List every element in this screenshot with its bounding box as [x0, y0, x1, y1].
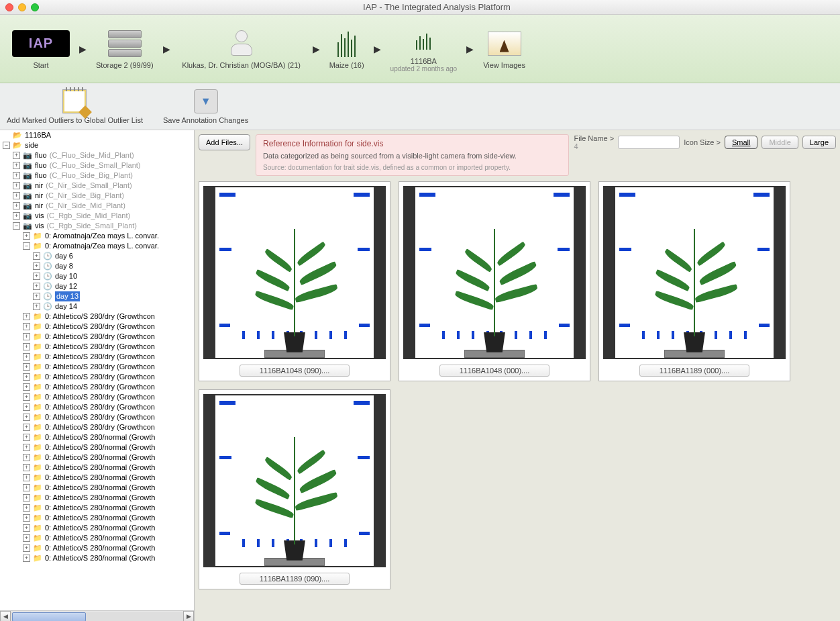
- save-annotation-button[interactable]: Save Annotation Changes: [163, 89, 248, 124]
- tree-genotype[interactable]: +📁0: Athletico/S 280/normal (Growth: [0, 523, 194, 533]
- image-thumbnail[interactable]: 1116BA1189 (090)....: [199, 389, 390, 589]
- tree-expander-icon[interactable]: +: [23, 403, 30, 411]
- tree-day[interactable]: +🕒day 6: [0, 251, 194, 261]
- tree-camera[interactable]: +📷vis(C_Rgb_Side_Mid_Plant): [0, 211, 194, 221]
- tree-genotype[interactable]: +📁0: Athletico/S 280/dry (Growthcon: [0, 352, 194, 362]
- add-outliers-button[interactable]: Add Marked Outliers to Global Outlier Li…: [7, 89, 143, 124]
- image-thumbnail[interactable]: 1116BA1048 (090)....: [199, 181, 390, 381]
- tree-genotype[interactable]: +📁0: Athletico/S 280/normal (Growth: [0, 553, 194, 563]
- tree-camera[interactable]: +📷fluo(C_Fluo_Side_Big_Plant): [0, 171, 194, 181]
- tree-expander-icon[interactable]: +: [33, 262, 40, 270]
- tree-expander-icon[interactable]: +: [23, 494, 30, 501]
- image-thumbnail[interactable]: 1116BA1048 (000)....: [399, 181, 590, 381]
- tree-expander-icon[interactable]: +: [23, 323, 30, 330]
- tree-expander-icon[interactable]: +: [13, 152, 20, 159]
- tree-expander-icon[interactable]: +: [13, 172, 20, 179]
- tree-genotype[interactable]: +📁0: Athletico/S 280/normal (Growth: [0, 543, 194, 553]
- tree-genotype[interactable]: +📁0: Athletico/S 280/dry (Growthcon: [0, 372, 194, 382]
- file-name-input[interactable]: [618, 136, 680, 149]
- tree-expander-icon[interactable]: +: [23, 333, 30, 340]
- tree-expander-icon[interactable]: +: [23, 534, 30, 542]
- tree-expander-icon[interactable]: +: [23, 313, 30, 320]
- tree-genotype[interactable]: −📁0: Aromatnaja/Zea mays L. convar.: [0, 241, 194, 251]
- tree-camera[interactable]: +📷nir(C_Nir_Side_Big_Plant): [0, 191, 194, 201]
- image-thumbnail[interactable]: 1116BA1189 (000)....: [598, 181, 790, 381]
- tree-genotype[interactable]: +📁0: Athletico/S 280/dry (Growthcon: [0, 392, 194, 402]
- tree-genotype[interactable]: +📁0: Athletico/S 280/dry (Growthcon: [0, 342, 194, 352]
- breadcrumb-species[interactable]: Maize (16): [324, 25, 370, 73]
- minimize-icon[interactable]: [18, 3, 26, 11]
- tree-camera[interactable]: +📷nir(C_Nir_Side_Small_Plant): [0, 181, 194, 191]
- tree-genotype[interactable]: +📁0: Aromatnaja/Zea mays L. convar.: [0, 231, 194, 241]
- tree-expander-icon[interactable]: +: [23, 484, 30, 491]
- scrollbar-thumb[interactable]: [12, 612, 86, 622]
- breadcrumb-user[interactable]: Klukas, Dr. Christian (MOG/BA) (21): [174, 25, 309, 73]
- size-middle-button[interactable]: Middle: [762, 136, 798, 149]
- tree-expander-icon[interactable]: +: [23, 434, 30, 441]
- tree-genotype[interactable]: +📁0: Athletico/S 280/dry (Growthcon: [0, 332, 194, 342]
- tree-genotype[interactable]: +📁0: Athletico/S 280/dry (Growthcon: [0, 402, 194, 412]
- tree-genotype[interactable]: +📁0: Athletico/S 280/dry (Growthcon: [0, 422, 194, 432]
- tree-root[interactable]: 📂1116BA: [0, 130, 194, 140]
- tree-genotype[interactable]: +📁0: Athletico/S 280/normal (Growth: [0, 473, 194, 483]
- tree-genotype[interactable]: +📁0: Athletico/S 280/normal (Growth: [0, 483, 194, 493]
- tree-camera[interactable]: +📷nir(C_Nir_Side_Mid_Plant): [0, 201, 194, 211]
- tree-expander-icon[interactable]: +: [33, 273, 40, 280]
- tree-expander-icon[interactable]: +: [23, 464, 30, 471]
- tree-genotype[interactable]: +📁0: Athletico/S 280/normal (Growth: [0, 463, 194, 473]
- tree-expander-icon[interactable]: +: [23, 353, 30, 361]
- tree-expander-icon[interactable]: +: [23, 444, 30, 451]
- tree-day[interactable]: +🕒day 10: [0, 271, 194, 281]
- tree-expander-icon[interactable]: +: [23, 343, 30, 350]
- tree-expander-icon[interactable]: +: [33, 252, 40, 260]
- tree-expander-icon[interactable]: +: [23, 414, 30, 421]
- tree-expander-icon[interactable]: −: [3, 142, 10, 149]
- tree-expander-icon[interactable]: +: [13, 192, 20, 199]
- breadcrumb-storage[interactable]: Storage 2 (99/99): [91, 25, 159, 73]
- tree-genotype[interactable]: +📁0: Athletico/S 280/dry (Growthcon: [0, 412, 194, 422]
- tree-expander-icon[interactable]: +: [23, 373, 30, 381]
- tree-expander-icon[interactable]: +: [23, 514, 30, 522]
- tree-camera[interactable]: +📷fluo(C_Fluo_Side_Small_Plant): [0, 160, 194, 171]
- tree-expander-icon[interactable]: +: [23, 383, 30, 391]
- tree-side[interactable]: −📂side: [0, 140, 194, 150]
- close-icon[interactable]: [5, 3, 13, 11]
- horizontal-scrollbar[interactable]: ◀ ▶: [0, 610, 194, 621]
- tree-expander-icon[interactable]: +: [33, 303, 40, 310]
- tree-expander-icon[interactable]: +: [13, 182, 20, 189]
- tree-expander-icon[interactable]: +: [23, 393, 30, 401]
- tree-genotype[interactable]: +📁0: Athletico/S 280/normal (Growth: [0, 533, 194, 543]
- tree-genotype[interactable]: +📁0: Athletico/S 280/normal (Growth: [0, 452, 194, 463]
- tree-day[interactable]: +🕒day 13: [0, 291, 194, 301]
- breadcrumb-view-images[interactable]: View Images: [478, 25, 531, 73]
- tree-expander-icon[interactable]: +: [23, 424, 30, 431]
- size-large-button[interactable]: Large: [802, 136, 836, 149]
- tree-expander-icon[interactable]: +: [23, 232, 30, 240]
- tree-expander-icon[interactable]: +: [13, 212, 20, 220]
- tree-day[interactable]: +🕒day 12: [0, 281, 194, 291]
- tree-expander-icon[interactable]: +: [23, 363, 30, 371]
- breadcrumb-start[interactable]: IAP Start: [7, 25, 75, 73]
- tree-expander-icon[interactable]: +: [23, 504, 30, 512]
- tree-expander-icon[interactable]: +: [23, 474, 30, 481]
- tree-genotype[interactable]: +📁0: Athletico/S 280/normal (Growth: [0, 432, 194, 442]
- tree-expander-icon[interactable]: +: [33, 283, 40, 290]
- tree-expander-icon[interactable]: +: [23, 555, 30, 562]
- add-files-button[interactable]: Add Files...: [199, 134, 250, 150]
- tree-expander-icon[interactable]: +: [33, 293, 40, 300]
- tree-expander-icon[interactable]: +: [13, 162, 20, 169]
- tree-genotype[interactable]: +📁0: Athletico/S 280/dry (Growthcon: [0, 382, 194, 392]
- tree-genotype[interactable]: +📁0: Athletico/S 280/normal (Growth: [0, 493, 194, 503]
- tree-genotype[interactable]: +📁0: Athletico/S 280/normal (Growth: [0, 503, 194, 513]
- tree-day[interactable]: +🕒day 14: [0, 301, 194, 312]
- tree-expander-icon[interactable]: +: [23, 454, 30, 461]
- size-small-button[interactable]: Small: [725, 136, 758, 149]
- tree-expander-icon[interactable]: −: [13, 222, 20, 230]
- tree-expander-icon[interactable]: +: [23, 524, 30, 532]
- tree-genotype[interactable]: +📁0: Athletico/S 280/normal (Growth: [0, 513, 194, 523]
- tree-genotype[interactable]: +📁0: Athletico/S 280/dry (Growthcon: [0, 362, 194, 372]
- tree-expander-icon[interactable]: +: [23, 544, 30, 552]
- tree-genotype[interactable]: +📁0: Athletico/S 280/dry (Growthcon: [0, 312, 194, 322]
- tree-day[interactable]: +🕒day 8: [0, 261, 194, 271]
- tree-expander-icon[interactable]: +: [13, 202, 20, 209]
